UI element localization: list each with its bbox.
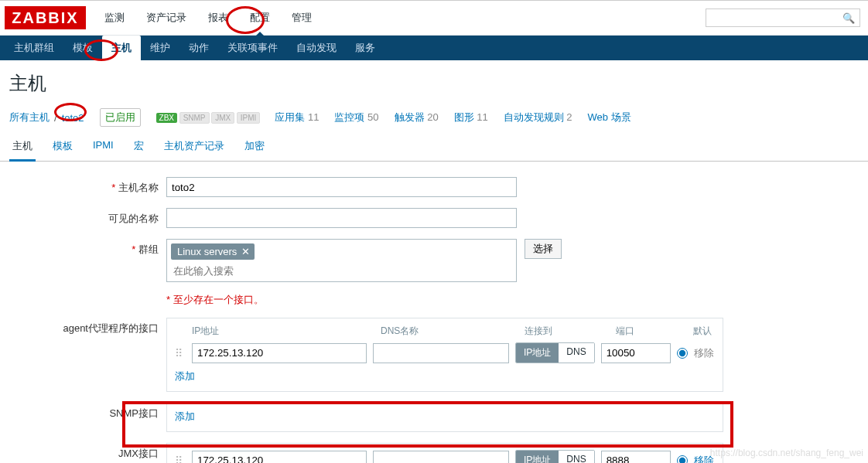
- select-groups-button[interactable]: 选择: [525, 239, 562, 259]
- formtab-ipmi[interactable]: IPMI: [90, 134, 117, 161]
- formtab-macros[interactable]: 宏: [131, 134, 147, 161]
- subnav-correlation[interactable]: 关联项事件: [218, 36, 287, 60]
- search-icon: 🔍: [842, 12, 855, 24]
- jmx-connect-ip[interactable]: IP地址: [516, 451, 559, 463]
- breadcrumb-sep: /: [54, 112, 57, 124]
- col-default: 默认: [693, 325, 712, 338]
- agent-connect-dns[interactable]: DNS: [559, 343, 593, 363]
- jmx-default-radio[interactable]: [677, 455, 688, 464]
- topnav-configuration[interactable]: 配置: [239, 1, 281, 36]
- col-port: 端口: [616, 325, 693, 338]
- subnav-templates[interactable]: 模板: [63, 36, 102, 60]
- jmx-connect-toggle[interactable]: IP地址 DNS: [515, 450, 595, 463]
- subnav: 主机群组 模板 主机 维护 动作 关联项事件 自动发现 服务: [0, 36, 868, 60]
- groups-multiselect[interactable]: Linux servers ✕: [166, 239, 517, 282]
- remove-tag-icon[interactable]: ✕: [241, 246, 250, 257]
- agent-label: agent代理程序的接口: [0, 318, 166, 335]
- agent-add-link[interactable]: 添加: [175, 369, 195, 383]
- snmp-interface-box: 添加: [166, 403, 723, 432]
- formtab-templates[interactable]: 模板: [50, 134, 76, 161]
- link-web[interactable]: Web 场景: [588, 111, 631, 123]
- formtab-encryption[interactable]: 加密: [241, 134, 268, 161]
- link-items[interactable]: 监控项: [334, 111, 364, 123]
- page-title: 主机: [0, 60, 868, 104]
- agent-connect-toggle[interactable]: IP地址 DNS: [515, 342, 595, 363]
- jmx-dns-input[interactable]: [373, 451, 509, 464]
- topbar: ZABBIX 监测 资产记录 报表 配置 管理 🔍: [0, 1, 868, 36]
- logo: ZABBIX: [5, 6, 86, 29]
- jmx-connect-dns[interactable]: DNS: [559, 451, 593, 463]
- count-applications: 11: [308, 111, 319, 123]
- breadcrumb-all-hosts[interactable]: 所有主机: [9, 111, 50, 124]
- pill-zbx: ZBX: [156, 113, 177, 123]
- agent-port-input[interactable]: [601, 343, 671, 363]
- group-tag-label: Linux servers: [177, 246, 237, 257]
- subnav-actions[interactable]: 动作: [179, 36, 218, 60]
- agent-connect-ip[interactable]: IP地址: [516, 343, 559, 363]
- pill-ipmi: IPMI: [237, 112, 261, 124]
- breadcrumb: 所有主机 / toto2 已启用 ZBX SNMP JMX IPMI 应用集 1…: [0, 104, 868, 134]
- link-triggers[interactable]: 触发器: [395, 111, 425, 123]
- groups-label: 群组: [0, 239, 166, 257]
- link-graphs[interactable]: 图形: [454, 111, 474, 123]
- subnav-hostgroups[interactable]: 主机群组: [5, 36, 63, 60]
- topnav-monitor[interactable]: 监测: [94, 1, 135, 36]
- jmx-ip-input[interactable]: [192, 451, 367, 464]
- count-items: 50: [367, 111, 378, 123]
- availability-pills: ZBX SNMP JMX IPMI: [156, 111, 260, 124]
- col-conn: 连接到: [525, 325, 616, 338]
- subnav-discovery[interactable]: 自动发现: [287, 36, 346, 60]
- agent-default-radio[interactable]: [677, 348, 688, 359]
- snmp-label: SNMP接口: [0, 403, 166, 420]
- snmp-add-link[interactable]: 添加: [175, 410, 195, 424]
- visname-input[interactable]: [166, 208, 517, 228]
- search-input[interactable]: 🔍: [706, 9, 860, 27]
- drag-handle-icon[interactable]: ⠿: [175, 457, 186, 464]
- subnav-hosts[interactable]: 主机: [102, 36, 141, 60]
- count-triggers: 20: [427, 111, 438, 123]
- visname-label: 可见的名称: [0, 208, 166, 226]
- formtab-inventory[interactable]: 主机资产记录: [161, 134, 227, 161]
- topnav-admin[interactable]: 管理: [281, 1, 323, 36]
- link-discovery-rules[interactable]: 自动发现规则: [504, 111, 564, 123]
- form-tabs: 主机 模板 IPMI 宏 主机资产记录 加密: [0, 134, 868, 162]
- count-graphs: 11: [477, 111, 487, 123]
- link-applications[interactable]: 应用集: [275, 111, 305, 123]
- status-enabled: 已启用: [100, 108, 141, 127]
- host-form: 主机名称 可见的名称 群组 Linux servers ✕ 选择: [0, 162, 868, 463]
- groups-search-input[interactable]: [169, 262, 323, 280]
- agent-remove-link: 移除: [694, 346, 714, 360]
- topnav-reports[interactable]: 报表: [197, 1, 239, 36]
- jmx-label: JMX接口: [0, 443, 166, 461]
- topnav-inventory[interactable]: 资产记录: [135, 1, 197, 36]
- col-ip: IP地址: [192, 325, 381, 338]
- agent-dns-input[interactable]: [373, 343, 509, 363]
- jmx-interface-box: ⠿ IP地址 DNS 移除 添加: [166, 443, 723, 463]
- drag-handle-icon[interactable]: ⠿: [175, 349, 186, 357]
- jmx-remove-link[interactable]: 移除: [694, 454, 714, 464]
- pill-jmx: JMX: [211, 112, 234, 124]
- subnav-maintenance[interactable]: 维护: [141, 36, 179, 60]
- pill-snmp: SNMP: [179, 112, 210, 124]
- agent-ip-input[interactable]: [192, 343, 367, 363]
- group-tag-linux-servers[interactable]: Linux servers ✕: [171, 243, 255, 260]
- col-dns: DNS名称: [381, 325, 525, 338]
- jmx-port-input[interactable]: [601, 451, 671, 464]
- formtab-host[interactable]: 主机: [9, 134, 36, 162]
- hostname-input[interactable]: [166, 177, 517, 197]
- subnav-services[interactable]: 服务: [346, 36, 384, 60]
- interface-warning: * 至少存在一个接口。: [166, 293, 264, 307]
- count-discovery-rules: 2: [566, 111, 572, 123]
- hostname-label: 主机名称: [0, 177, 166, 195]
- breadcrumb-host[interactable]: toto2: [62, 112, 84, 124]
- agent-interface-box: IP地址 DNS名称 连接到 端口 默认 ⠿ IP地址 DNS: [166, 318, 723, 392]
